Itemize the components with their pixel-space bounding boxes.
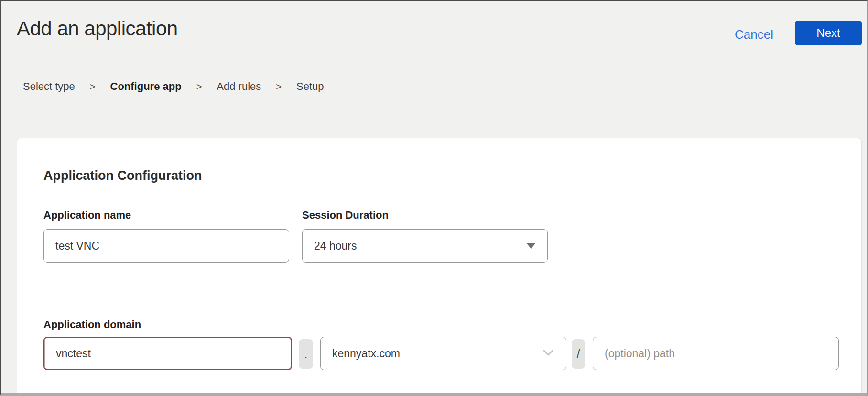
breadcrumb-separator: > [196,81,202,92]
application-name-input[interactable] [43,229,289,263]
configuration-card: Application Configuration Application na… [17,138,862,396]
application-name-label: Application name [43,209,131,221]
application-domain-label: Application domain [43,319,141,331]
breadcrumb-step-setup[interactable]: Setup [296,80,324,93]
session-duration-value: 24 hours [314,240,526,253]
section-title: Application Configuration [43,168,202,183]
breadcrumb: Select type > Configure app > Add rules … [23,80,324,93]
breadcrumb-separator: > [90,81,96,92]
domain-select[interactable]: kennyatx.com [320,337,566,370]
session-duration-select[interactable]: 24 hours [302,229,548,263]
slash-separator: / [572,339,585,369]
breadcrumb-separator: > [276,81,282,92]
domain-select-value: kennyatx.com [332,347,542,360]
cancel-button[interactable]: Cancel [735,27,773,42]
breadcrumb-step-select-type[interactable]: Select type [23,80,75,93]
chevron-down-icon [542,347,554,360]
path-input[interactable] [593,337,839,370]
window: Add an application Cancel Next Select ty… [0,0,868,396]
page-title: Add an application [17,17,178,40]
dot-separator: . [299,339,313,369]
next-button[interactable]: Next [795,21,862,45]
session-duration-label: Session Duration [302,209,389,221]
subdomain-input[interactable] [43,337,292,370]
breadcrumb-step-add-rules[interactable]: Add rules [217,80,261,93]
dropdown-arrow-icon [526,243,536,249]
breadcrumb-step-configure-app[interactable]: Configure app [110,80,182,93]
